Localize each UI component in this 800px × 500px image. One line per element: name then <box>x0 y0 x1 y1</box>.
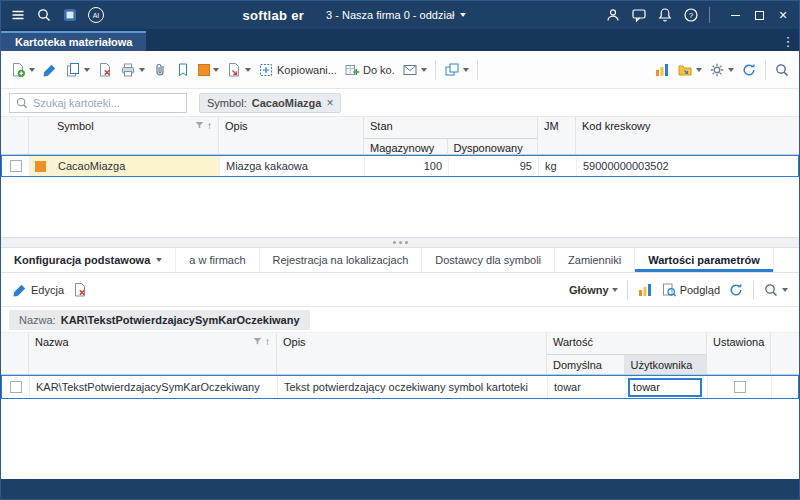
column-header-opis[interactable]: Opis <box>219 117 364 154</box>
column-header-kod-kreskowy[interactable]: Kod kreskowy <box>576 117 799 154</box>
material-row-selected[interactable]: CacaoMiazga Miazga kakaowa 100 95 kg 590… <box>1 155 799 177</box>
sort-asc-icon[interactable]: ↑ <box>265 337 270 347</box>
chevron-down-icon <box>460 13 466 17</box>
ellipsis-icon: ⋮ <box>782 34 795 49</box>
main-menu-button[interactable] <box>5 3 31 27</box>
chip-close-icon[interactable]: × <box>326 97 333 109</box>
view-selector-dropdown[interactable]: Główny <box>566 277 621 303</box>
cell-jm[interactable]: kg <box>539 156 577 176</box>
params-search-button[interactable] <box>760 277 791 303</box>
maximize-button[interactable] <box>747 3 771 27</box>
tab-konfiguracja-podstawowa[interactable]: Konfiguracja podstawowa <box>1 248 176 272</box>
cell-domyslna[interactable]: towar <box>548 376 626 398</box>
view-selector-label: Główny <box>569 284 609 296</box>
company-selector[interactable]: 3 - Nasza firma 0 - oddział <box>326 9 466 21</box>
cell-filler <box>772 376 798 398</box>
edit-param-button[interactable]: Edycja <box>9 277 67 303</box>
column-header-opis[interactable]: Opis <box>277 333 547 374</box>
param-row-selected[interactable]: KAR\TekstPotwierdzajacySymKarOczekiwany … <box>1 375 799 399</box>
column-header-ustawiona[interactable]: Ustawiona <box>707 333 771 374</box>
tab-label: Wartości parametrów <box>648 254 759 266</box>
uzytkownika-value-input[interactable] <box>628 378 702 397</box>
tab-kartoteka-materialowa[interactable]: Kartoteka materiałowa <box>1 31 146 51</box>
column-header-nazwa[interactable]: Nazwa ↑ <box>29 333 277 374</box>
cell-ustawiona[interactable] <box>708 376 772 398</box>
cell-opis[interactable]: Miazga kakaowa <box>220 156 365 176</box>
copy-button[interactable] <box>62 57 93 83</box>
sort-asc-icon[interactable]: ↑ <box>207 121 212 131</box>
cell-dysponowany[interactable]: 95 <box>449 156 539 176</box>
global-search-button[interactable] <box>31 3 57 27</box>
print-button[interactable] <box>117 57 148 83</box>
preview-button[interactable]: Podgląd <box>658 277 723 303</box>
add-document-icon <box>10 62 26 78</box>
delete-param-button[interactable] <box>69 277 91 303</box>
column-header-domyslna[interactable]: Domyślna <box>547 355 625 374</box>
help-icon: ? <box>683 7 699 23</box>
search-toggle-button[interactable] <box>771 57 793 83</box>
apps-button[interactable] <box>57 3 83 27</box>
filter-funnel-icon[interactable] <box>194 120 205 131</box>
column-header-symbol[interactable]: Symbol ↑ <box>29 117 219 154</box>
duplicate-window-button[interactable] <box>441 57 472 83</box>
column-header-uzytkownika[interactable]: Użytkownika <box>625 355 706 374</box>
settings-button[interactable] <box>706 57 737 83</box>
notifications-button[interactable] <box>652 3 678 27</box>
tab-rejestracja-na-lokalizacjach[interactable]: Rejestracja na lokalizacjach <box>260 248 423 272</box>
ai-assistant-button[interactable]: AI <box>83 3 109 27</box>
cell-symbol[interactable]: CacaoMiazga <box>52 156 220 176</box>
search-icon <box>763 282 779 298</box>
ustawiona-checkbox[interactable] <box>734 381 746 393</box>
tab-dostawcy-dla-symboli[interactable]: Dostawcy dla symboli <box>422 248 555 272</box>
email-button[interactable] <box>399 57 430 83</box>
user-profile-button[interactable] <box>600 3 626 27</box>
checkbox[interactable] <box>10 381 22 393</box>
refresh-button[interactable] <box>738 57 760 83</box>
help-button[interactable]: ? <box>678 3 704 27</box>
column-header-wartosc[interactable]: Wartość <box>547 333 706 351</box>
filter-chip-symbol[interactable]: Symbol: CacaoMiazga × <box>199 93 341 113</box>
add-to-table-icon <box>344 62 360 78</box>
cell-opis[interactable]: Tekst potwierdzający oczekiwany symbol k… <box>278 376 548 398</box>
edit-button[interactable] <box>39 57 61 83</box>
export-document-icon <box>226 62 242 78</box>
select-all-header[interactable] <box>1 117 29 154</box>
export-button[interactable] <box>223 57 254 83</box>
splitter-handle[interactable] <box>1 237 799 248</box>
checkbox[interactable] <box>10 160 22 172</box>
cell-kod-kreskowy[interactable]: 59000000003502 <box>577 156 798 176</box>
close-icon: × <box>779 8 787 22</box>
import-export-button[interactable] <box>674 57 705 83</box>
close-button[interactable]: × <box>771 3 795 27</box>
messages-button[interactable] <box>626 3 652 27</box>
tab-w-firmach[interactable]: a w firmach <box>176 248 259 272</box>
filter-funnel-icon[interactable] <box>252 336 263 347</box>
minimize-button[interactable] <box>723 3 747 27</box>
add-button[interactable] <box>7 57 38 83</box>
tab-wartosci-parametrow[interactable]: Wartości parametrów <box>635 248 773 272</box>
orange-label-icon <box>35 161 46 172</box>
row-checkbox-cell[interactable] <box>2 156 30 176</box>
column-label: Ustawiona <box>713 336 764 348</box>
params-refresh-button[interactable] <box>725 277 747 303</box>
to-basket-button[interactable]: Do ko. <box>341 57 398 83</box>
label-color-button[interactable] <box>195 57 222 83</box>
chart-button[interactable] <box>651 57 673 83</box>
params-chart-button[interactable] <box>634 277 656 303</box>
apps-icon <box>62 7 78 23</box>
tab-overflow-button[interactable]: ⋮ <box>777 31 799 51</box>
bookmark-button[interactable] <box>172 57 194 83</box>
select-all-header[interactable] <box>1 333 29 374</box>
delete-document-icon <box>72 282 88 298</box>
search-input[interactable] <box>33 97 181 109</box>
delete-button[interactable] <box>94 57 116 83</box>
column-header-stan[interactable]: Stan <box>364 117 537 135</box>
column-header-jm[interactable]: JM <box>538 117 576 154</box>
tab-zamienniki[interactable]: Zamienniki <box>555 248 635 272</box>
attachments-button[interactable] <box>149 57 171 83</box>
row-checkbox-cell[interactable] <box>2 376 30 398</box>
cell-magazynowy[interactable]: 100 <box>365 156 449 176</box>
copy-to-button[interactable]: Kopiowani... <box>255 57 340 83</box>
cell-nazwa[interactable]: KAR\TekstPotwierdzajacySymKarOczekiwany <box>30 376 278 398</box>
params-grid-empty-area <box>1 399 799 479</box>
